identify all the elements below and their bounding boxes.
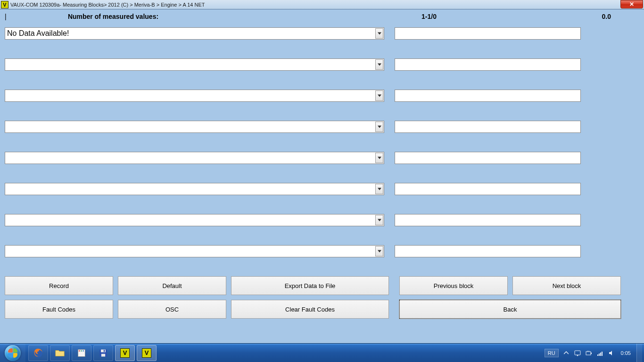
tray-chevron-icon[interactable] [562,348,570,358]
svg-rect-3 [81,350,82,352]
svg-rect-9 [575,351,580,355]
chevron-down-icon[interactable] [375,215,383,225]
measure-combo-8[interactable] [5,245,384,257]
svg-rect-7 [101,354,105,356]
measure-value-5 [395,152,581,164]
data-rows: No Data Available! [5,27,639,257]
measure-combo-2[interactable] [5,58,384,71]
osc-button[interactable]: OSC [118,300,226,319]
measure-value-6 [395,183,581,195]
measure-combo-4[interactable] [5,121,384,133]
measure-value-2 [395,58,581,71]
combo-text: No Data Available! [7,29,69,38]
action-center-icon[interactable] [574,348,581,358]
measure-combo-5[interactable] [5,152,384,164]
taskbar-item-firefox[interactable] [28,345,48,361]
data-row [5,58,639,71]
window-title: VAUX-COM 120309a- Measuring Blocks> 2012… [10,2,205,8]
svg-rect-12 [597,354,598,356]
folder-icon [55,348,65,358]
close-icon: ✕ [629,1,634,8]
record-button[interactable]: Record [5,276,113,295]
data-row [5,90,639,102]
app-icon: V [1,1,8,8]
clear-fault-codes-button[interactable]: Clear Fault Codes [231,300,389,319]
chevron-down-icon[interactable] [375,246,383,256]
taskbar-item-vauxcom-1[interactable]: V [115,345,135,361]
export-button[interactable]: Export Data to File [231,276,389,295]
header-right-value: 0.0 [451,13,639,20]
data-row: No Data Available! [5,27,639,40]
measure-combo-7[interactable] [5,214,384,226]
data-row [5,152,639,164]
chevron-down-icon[interactable] [375,153,383,163]
measure-combo-6[interactable] [5,183,384,195]
button-row-2: Fault Codes OSC Clear Fault Codes Back [5,300,639,319]
chevron-down-icon[interactable] [375,90,383,101]
chevron-down-icon[interactable] [375,122,383,132]
firefox-icon [33,348,43,358]
data-row [5,214,639,226]
chevron-down-icon[interactable] [375,28,383,39]
header-mid-value: 1-1/0 [212,13,451,20]
chevron-down-icon[interactable] [375,184,383,194]
svg-rect-2 [79,350,80,352]
svg-rect-13 [599,354,600,356]
task-items: V V [28,345,158,361]
next-block-button[interactable]: Next block [512,276,621,295]
data-row [5,183,639,195]
svg-rect-11 [591,353,592,354]
svg-rect-4 [83,350,84,352]
measure-combo-1[interactable]: No Data Available! [5,27,384,40]
button-rows: Record Default Export Data to File Previ… [5,276,639,319]
measure-value-7 [395,214,581,226]
data-row [5,121,639,133]
windows-logo-icon [5,345,21,361]
measure-combo-3[interactable] [5,90,384,102]
header-label: Number of measured values: [14,13,212,20]
floppy-icon [98,348,108,358]
measure-value-1 [395,27,581,40]
button-row-1: Record Default Export Data to File Previ… [5,276,639,295]
window-titlebar: V VAUX-COM 120309a- Measuring Blocks> 20… [0,0,644,9]
default-button[interactable]: Default [118,276,226,295]
svg-rect-8 [104,350,105,352]
taskbar-item-app1[interactable] [72,345,91,361]
start-button[interactable] [0,344,25,362]
svg-rect-6 [101,349,106,352]
header-row: | Number of measured values: 1-1/0 0.0 [5,11,639,22]
data-row [5,245,639,257]
previous-block-button[interactable]: Previous block [399,276,508,295]
network-icon[interactable] [596,348,604,358]
back-button[interactable]: Back [399,300,621,319]
svg-rect-14 [600,353,601,356]
taskbar-item-save[interactable] [93,345,113,361]
system-tray: RU 0:05 [545,344,642,362]
taskbar-item-vauxcom-2[interactable]: V [137,345,157,361]
app-v-icon: V [142,348,151,358]
power-icon[interactable] [585,348,593,358]
clock[interactable]: 0:05 [621,350,631,356]
chevron-down-icon[interactable] [375,59,383,70]
grid-icon [76,348,87,358]
close-button[interactable]: ✕ [620,0,643,8]
volume-icon[interactable] [608,348,615,358]
measure-value-3 [395,90,581,102]
taskbar-item-explorer[interactable] [50,345,70,361]
app-v-icon: V [120,348,130,358]
measure-value-4 [395,121,581,133]
language-indicator[interactable]: RU [545,349,559,357]
header-cursor: | [5,13,14,20]
client-area: | Number of measured values: 1-1/0 0.0 N… [0,9,644,343]
taskbar: V V RU 0:05 [0,343,644,362]
measure-value-8 [395,245,581,257]
svg-rect-10 [586,352,591,355]
show-desktop-button[interactable] [636,344,642,362]
fault-codes-button[interactable]: Fault Codes [5,300,113,319]
svg-rect-15 [602,352,603,356]
